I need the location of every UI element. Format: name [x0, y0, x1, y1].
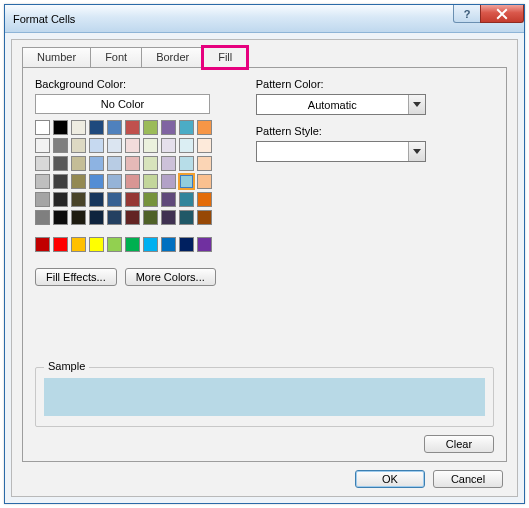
clear-button[interactable]: Clear: [424, 435, 494, 453]
color-swatch[interactable]: [107, 138, 122, 153]
color-swatch[interactable]: [53, 156, 68, 171]
color-swatch[interactable]: [143, 156, 158, 171]
color-swatch[interactable]: [107, 192, 122, 207]
color-swatch[interactable]: [179, 210, 194, 225]
color-swatch[interactable]: [53, 237, 68, 252]
color-swatch[interactable]: [89, 156, 104, 171]
color-swatch[interactable]: [161, 156, 176, 171]
color-swatch[interactable]: [197, 192, 212, 207]
tab-border[interactable]: Border: [141, 47, 204, 68]
dialog-footer: OK Cancel: [22, 470, 507, 488]
color-swatch[interactable]: [161, 120, 176, 135]
color-swatch[interactable]: [107, 120, 122, 135]
color-swatch[interactable]: [53, 138, 68, 153]
close-button[interactable]: [480, 5, 524, 23]
color-swatch[interactable]: [125, 237, 140, 252]
color-swatch[interactable]: [179, 120, 194, 135]
color-swatch[interactable]: [71, 192, 86, 207]
tab-font[interactable]: Font: [90, 47, 142, 68]
color-swatch[interactable]: [161, 138, 176, 153]
color-swatch[interactable]: [53, 192, 68, 207]
color-swatch[interactable]: [89, 138, 104, 153]
color-swatch[interactable]: [179, 138, 194, 153]
color-swatch[interactable]: [161, 210, 176, 225]
color-swatch[interactable]: [125, 192, 140, 207]
color-swatch[interactable]: [143, 174, 158, 189]
color-swatch[interactable]: [53, 210, 68, 225]
color-swatch[interactable]: [71, 174, 86, 189]
color-swatch[interactable]: [71, 210, 86, 225]
color-swatch[interactable]: [161, 174, 176, 189]
pattern-color-value: Automatic: [257, 99, 408, 111]
color-swatch[interactable]: [89, 210, 104, 225]
theme-color-palette: [35, 120, 216, 227]
fill-effects-button[interactable]: Fill Effects...: [35, 268, 117, 286]
color-swatch[interactable]: [35, 156, 50, 171]
pattern-color-combo[interactable]: Automatic: [256, 94, 426, 115]
no-color-button[interactable]: No Color: [35, 94, 210, 114]
color-swatch[interactable]: [197, 138, 212, 153]
tab-fill[interactable]: Fill: [203, 47, 247, 68]
pattern-group: Pattern Color: Automatic Pattern Style:: [256, 78, 426, 286]
color-swatch[interactable]: [89, 192, 104, 207]
format-cells-dialog: Format Cells ? Number Font Border Fill B…: [4, 4, 525, 504]
color-swatch[interactable]: [35, 120, 50, 135]
color-swatch[interactable]: [125, 138, 140, 153]
color-swatch[interactable]: [143, 192, 158, 207]
color-swatch[interactable]: [35, 192, 50, 207]
color-swatch[interactable]: [179, 174, 194, 189]
color-swatch[interactable]: [179, 156, 194, 171]
chevron-down-icon: [408, 142, 425, 161]
color-swatch[interactable]: [143, 210, 158, 225]
sample-group: Sample: [35, 367, 494, 427]
color-swatch[interactable]: [89, 174, 104, 189]
background-color-group: Background Color: No Color Fill Effects.…: [35, 78, 216, 286]
color-swatch[interactable]: [35, 237, 50, 252]
cancel-button[interactable]: Cancel: [433, 470, 503, 488]
ok-button[interactable]: OK: [355, 470, 425, 488]
color-swatch[interactable]: [125, 174, 140, 189]
color-swatch[interactable]: [197, 120, 212, 135]
sample-preview: [44, 378, 485, 416]
color-swatch[interactable]: [143, 237, 158, 252]
color-swatch[interactable]: [197, 156, 212, 171]
color-swatch[interactable]: [107, 210, 122, 225]
tab-panel-fill: Background Color: No Color Fill Effects.…: [22, 67, 507, 462]
color-swatch[interactable]: [53, 174, 68, 189]
color-swatch[interactable]: [107, 237, 122, 252]
color-swatch[interactable]: [71, 156, 86, 171]
color-swatch[interactable]: [161, 192, 176, 207]
color-swatch[interactable]: [179, 192, 194, 207]
no-color-label: No Color: [101, 98, 144, 110]
titlebar: Format Cells ?: [5, 5, 524, 33]
standard-color-palette: [35, 237, 216, 254]
color-swatch[interactable]: [125, 120, 140, 135]
color-swatch[interactable]: [35, 138, 50, 153]
color-swatch[interactable]: [71, 237, 86, 252]
color-swatch[interactable]: [71, 120, 86, 135]
color-swatch[interactable]: [107, 174, 122, 189]
color-swatch[interactable]: [89, 120, 104, 135]
color-swatch[interactable]: [197, 174, 212, 189]
color-swatch[interactable]: [179, 237, 194, 252]
more-colors-button[interactable]: More Colors...: [125, 268, 216, 286]
color-swatch[interactable]: [197, 210, 212, 225]
window-controls: ?: [454, 5, 524, 32]
color-swatch[interactable]: [35, 210, 50, 225]
color-swatch[interactable]: [107, 156, 122, 171]
color-swatch[interactable]: [197, 237, 212, 252]
color-swatch[interactable]: [125, 156, 140, 171]
help-button[interactable]: ?: [453, 5, 481, 23]
sample-label: Sample: [44, 360, 89, 372]
color-swatch[interactable]: [143, 138, 158, 153]
pattern-style-combo[interactable]: [256, 141, 426, 162]
color-swatch[interactable]: [71, 138, 86, 153]
color-swatch[interactable]: [89, 237, 104, 252]
chevron-down-icon: [408, 95, 425, 114]
color-swatch[interactable]: [35, 174, 50, 189]
color-swatch[interactable]: [161, 237, 176, 252]
color-swatch[interactable]: [143, 120, 158, 135]
color-swatch[interactable]: [125, 210, 140, 225]
color-swatch[interactable]: [53, 120, 68, 135]
tab-number[interactable]: Number: [22, 47, 91, 68]
